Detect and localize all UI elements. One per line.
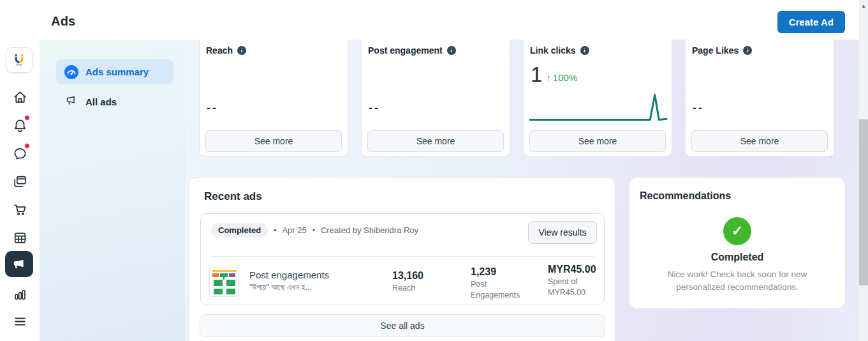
ad-engagements-metric: 1,239 Post Engagements: [471, 266, 520, 301]
see-more-button[interactable]: See more: [367, 130, 504, 152]
view-results-button[interactable]: View results: [528, 221, 597, 244]
ad-thumbnail: [209, 268, 239, 297]
ad-caption: "উপায়" আছে এখন হ...: [249, 282, 329, 292]
ads-icon-selected[interactable]: [5, 251, 33, 277]
ad-spend-metric: MYR45.00 Spent of MYR45.00: [548, 264, 596, 298]
top-header: Ads Create Ad: [0, 0, 859, 40]
megaphone-icon: [11, 257, 27, 272]
metric-title: Reach: [206, 45, 233, 56]
see-more-button[interactable]: See more: [205, 130, 342, 152]
metric-card-reach: Reach i -- See more: [199, 34, 348, 156]
home-icon[interactable]: [11, 88, 29, 106]
divider: [211, 256, 594, 257]
metric-card-post-engagement: Post engagement i -- See more: [361, 34, 510, 156]
upay-logo-icon: [12, 54, 26, 63]
megaphone-outline-icon: [64, 94, 78, 110]
info-icon[interactable]: i: [447, 46, 456, 55]
metric-delta: ↑ 100%: [546, 72, 577, 83]
sidebar-item-label: All ads: [85, 96, 117, 107]
metric-title: Link clicks: [530, 45, 576, 56]
ad-list-item[interactable]: Completed • Apr 25 • Created by Shibendr…: [200, 213, 605, 305]
ad-reach-metric: 13,160 Reach: [392, 270, 423, 294]
metric-title: Page Likes: [692, 45, 739, 56]
ad-name-block: Post engagements "উপায়" আছে এখন হ...: [249, 269, 329, 292]
messages-badge: [24, 143, 30, 149]
metric-empty-value: --: [369, 102, 380, 115]
info-icon[interactable]: i: [743, 46, 752, 55]
metric-value: 1: [531, 64, 542, 85]
page-avatar[interactable]: উপায়: [6, 47, 33, 73]
up-arrow-icon: ↑: [546, 72, 551, 83]
create-ad-button[interactable]: Create Ad: [777, 11, 845, 33]
recent-ads-panel: Recent ads Completed • Apr 25 • Created …: [188, 178, 615, 341]
ad-header: Completed • Apr 25 • Created by Shibendr…: [211, 223, 521, 238]
ads-sidebar: Ads summary All ads: [40, 40, 185, 341]
metric-empty-value: --: [207, 102, 218, 115]
insights-icon[interactable]: [11, 285, 29, 303]
recommendations-message: Nice work! Check back soon for new perso…: [649, 268, 826, 294]
recommendations-panel: Recommendations ✓ Completed Nice work! C…: [629, 178, 845, 308]
menu-icon[interactable]: [11, 312, 29, 330]
pages-icon[interactable]: [11, 172, 29, 190]
recent-ads-title: Recent ads: [204, 190, 262, 203]
info-icon[interactable]: i: [580, 46, 589, 55]
see-more-button[interactable]: See more: [691, 130, 828, 152]
sidebar-item-all-ads[interactable]: All ads: [56, 89, 173, 114]
see-all-ads-button[interactable]: See all ads: [200, 314, 605, 337]
metric-card-page-likes: Page Likes i -- See more: [685, 34, 834, 156]
scrollbar-up-arrow[interactable]: ▲: [860, 3, 867, 10]
page-title: Ads: [51, 14, 75, 29]
sidebar-item-ads-summary[interactable]: Ads summary: [56, 59, 173, 84]
commerce-icon[interactable]: [11, 201, 29, 218]
ad-creator: Created by Shibendra Roy: [321, 225, 418, 235]
recommendations-status: Completed: [629, 252, 845, 263]
info-icon[interactable]: i: [237, 46, 246, 55]
notifications-icon[interactable]: [11, 116, 29, 134]
messages-icon[interactable]: [11, 144, 29, 162]
left-nav-rail: উপায়: [0, 0, 40, 341]
gauge-icon: [64, 65, 78, 79]
check-circle-icon: ✓: [723, 217, 751, 245]
billing-icon[interactable]: [11, 229, 29, 246]
ad-date: Apr 25: [282, 225, 306, 235]
scrollbar-thumb[interactable]: [859, 119, 868, 285]
avatar-caption: উপায়: [17, 63, 22, 66]
link-clicks-sparkline: [529, 90, 668, 123]
status-badge: Completed: [211, 223, 268, 238]
metric-empty-value: --: [693, 102, 704, 115]
recommendations-title: Recommendations: [640, 190, 731, 202]
sidebar-item-label: Ads summary: [85, 66, 149, 77]
metric-card-link-clicks: Link clicks i 1 ↑ 100% See more: [523, 34, 672, 156]
metric-title: Post engagement: [368, 45, 443, 56]
notification-badge: [24, 115, 30, 121]
ad-objective: Post engagements: [249, 269, 329, 280]
see-more-button[interactable]: See more: [529, 130, 666, 152]
app-window: উপায়: [0, 0, 868, 341]
